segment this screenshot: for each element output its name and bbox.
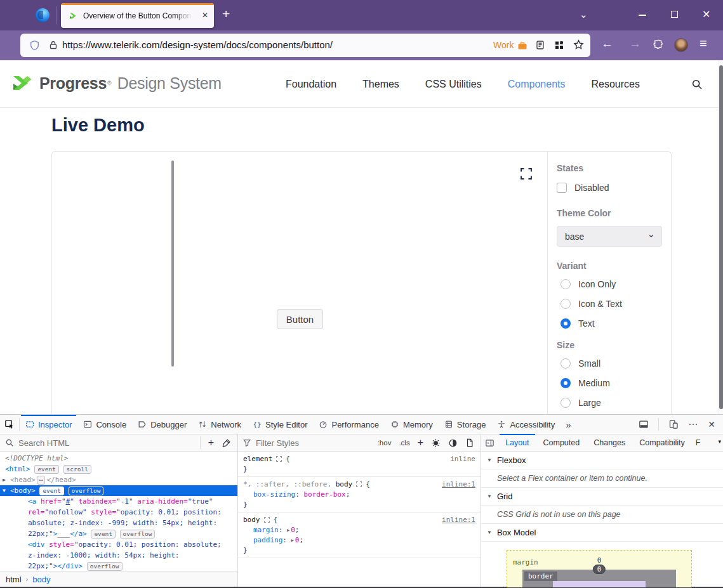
- css-declaration[interactable]: padding: ▶0;: [243, 535, 475, 546]
- breadcrumb-html[interactable]: html: [6, 575, 22, 584]
- more-tools-chevron-icon[interactable]: »: [560, 419, 576, 430]
- eyedropper-icon[interactable]: [222, 438, 231, 448]
- print-simulation-icon[interactable]: [465, 438, 474, 447]
- rule-source-link[interactable]: inline:1: [442, 480, 475, 490]
- pseudo-class-button[interactable]: :hov: [378, 439, 392, 447]
- markup-row[interactable]: z-index: -1000; width: 54px; height:: [0, 550, 237, 561]
- all-tabs-dropdown-icon[interactable]: ▾: [718, 438, 721, 445]
- markup-row[interactable]: 22px;">___</a> event overflow: [0, 528, 237, 539]
- nav-foundation[interactable]: Foundation: [286, 79, 336, 90]
- reader-mode-icon[interactable]: [535, 40, 545, 50]
- border-top-value[interactable]: 0: [593, 565, 606, 574]
- radio-small[interactable]: [560, 358, 571, 369]
- sidebar-tab-changes[interactable]: Changes: [587, 434, 632, 452]
- devtools-tab-console[interactable]: Console: [77, 415, 132, 434]
- devtools-tab-style-editor[interactable]: {}Style Editor: [247, 415, 313, 434]
- responsive-design-icon[interactable]: [668, 419, 679, 429]
- section-twisty-icon[interactable]: ▼: [487, 493, 492, 499]
- search-html-input[interactable]: [18, 438, 200, 448]
- markup-badge[interactable]: scroll: [63, 465, 91, 474]
- bookmark-star-icon[interactable]: [573, 39, 584, 50]
- browser-tab[interactable]: Overview of the Button Compon ✕: [61, 3, 214, 28]
- maximize-button[interactable]: [671, 11, 678, 18]
- devtools-tab-performance[interactable]: Performance: [313, 415, 384, 434]
- markup-badge[interactable]: overflow: [120, 530, 156, 539]
- devtools-tab-network[interactable]: Network: [192, 415, 247, 434]
- extension-grid-icon[interactable]: [554, 40, 564, 50]
- nav-components[interactable]: Components: [508, 79, 566, 90]
- rule-selector[interactable]: body: [243, 516, 260, 524]
- markup-row[interactable]: absolute; z-index: -999; width: 54px; he…: [0, 518, 237, 528]
- markup-row[interactable]: ▼<body> event overflow: [0, 485, 237, 496]
- twisty-expanded-icon[interactable]: ▼: [3, 485, 6, 496]
- nav-css-utilities[interactable]: CSS Utilities: [425, 79, 482, 90]
- breadcrumb-body[interactable]: body: [32, 575, 50, 584]
- rule-selector[interactable]: *, ::after, ::before,: [243, 480, 336, 488]
- devtools-tab-debugger[interactable]: Debugger: [132, 415, 192, 434]
- selector-highlighter-icon[interactable]: [276, 456, 282, 462]
- forward-button[interactable]: →: [629, 37, 641, 51]
- markup-row[interactable]: 22px;"></div> overflow: [0, 561, 237, 572]
- markup-row[interactable]: rel="nofollow" style="opacity: 0.01; pos…: [0, 507, 237, 518]
- tab-close-icon[interactable]: ✕: [202, 11, 208, 20]
- devtools-tab-storage[interactable]: Storage: [439, 415, 492, 434]
- markup-badge[interactable]: ⋯: [37, 476, 46, 485]
- radio-large[interactable]: [560, 398, 571, 408]
- layout-section-grid[interactable]: ▼Grid: [481, 488, 723, 506]
- markup-row[interactable]: ▶<head>⋯</head>: [0, 474, 237, 485]
- expand-shorthand-icon[interactable]: ▶: [291, 535, 294, 546]
- minimize-button[interactable]: [639, 15, 646, 16]
- dock-bottom-icon[interactable]: [639, 419, 649, 429]
- filter-styles-input[interactable]: [256, 438, 378, 448]
- radio-icon-text[interactable]: [560, 299, 571, 309]
- markup-row[interactable]: <!DOCTYPE html>: [0, 453, 237, 464]
- disabled-checkbox[interactable]: [557, 183, 567, 193]
- selector-highlighter-icon[interactable]: [264, 517, 270, 523]
- expand-shorthand-icon[interactable]: ▶: [287, 525, 289, 535]
- devtools-tab-inspector[interactable]: Inspector: [20, 415, 77, 434]
- fullscreen-icon[interactable]: [521, 168, 532, 180]
- nav-resources[interactable]: Resources: [591, 79, 639, 90]
- rule-selector[interactable]: body: [336, 480, 353, 488]
- profile-avatar[interactable]: [674, 38, 688, 52]
- markup-badge[interactable]: overflow: [87, 562, 123, 571]
- radio-medium[interactable]: [560, 378, 571, 388]
- box-model-margin[interactable]: margin 0 border 0: [507, 550, 692, 587]
- layout-section-box-model[interactable]: ▼Box Model: [481, 524, 723, 542]
- box-model-border[interactable]: border 0: [522, 570, 676, 587]
- sidebar-toggle-icon[interactable]: [485, 438, 494, 448]
- sidebar-tab-overflow[interactable]: F: [692, 434, 701, 452]
- class-toggle-button[interactable]: .cls: [399, 439, 409, 447]
- markup-badge[interactable]: event: [34, 465, 59, 474]
- theme-color-select[interactable]: base⌄: [557, 226, 662, 247]
- page-scrollbar-thumb[interactable]: [719, 65, 723, 409]
- firefox-logo-icon[interactable]: [36, 8, 50, 22]
- pick-element-icon[interactable]: [0, 415, 19, 434]
- progress-logo[interactable]: Progress® Design System: [11, 73, 222, 93]
- selector-highlighter-icon[interactable]: [356, 481, 362, 487]
- add-rule-button[interactable]: +: [418, 437, 423, 448]
- sidebar-tab-compatibility[interactable]: Compatibility: [632, 434, 692, 452]
- radio-text[interactable]: [560, 318, 571, 329]
- rule-selector[interactable]: element: [243, 455, 272, 463]
- devtools-tab-accessibility[interactable]: Accessibility: [491, 415, 560, 434]
- tracking-shield-icon[interactable]: [29, 40, 40, 51]
- markup-row[interactable]: <div style="opacity: 0.01; position: abs…: [0, 539, 237, 550]
- css-declaration[interactable]: margin: ▶0;: [243, 525, 475, 535]
- search-icon[interactable]: [691, 79, 703, 90]
- markup-badge[interactable]: event: [39, 487, 64, 495]
- color-scheme-icon[interactable]: [448, 438, 458, 448]
- demo-button[interactable]: Button: [277, 309, 323, 329]
- markup-badge[interactable]: overflow: [69, 487, 104, 495]
- sidebar-tab-computed[interactable]: Computed: [536, 434, 587, 452]
- url-text[interactable]: https://www.telerik.com/design-system/do…: [62, 39, 333, 50]
- nav-themes[interactable]: Themes: [362, 79, 399, 90]
- add-node-button[interactable]: +: [208, 437, 214, 448]
- page-scrollbar[interactable]: [719, 60, 723, 414]
- devtools-tab-memory[interactable]: Memory: [385, 415, 439, 434]
- layout-section-flexbox[interactable]: ▼Flexbox: [481, 452, 723, 469]
- back-button[interactable]: ←: [601, 37, 613, 51]
- extensions-puzzle-icon[interactable]: [653, 39, 663, 49]
- radio-icon-only[interactable]: [560, 279, 571, 289]
- markup-row[interactable]: <html> event scroll: [0, 464, 237, 474]
